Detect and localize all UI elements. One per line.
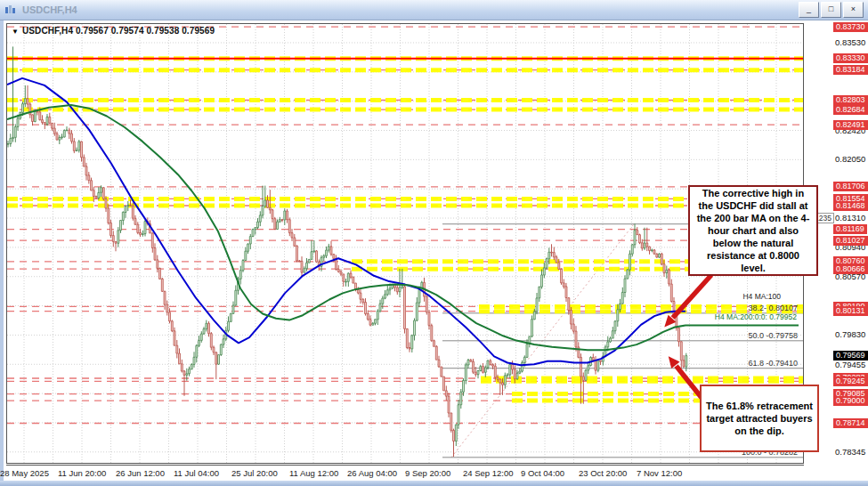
price-badge: 0.81706 (833, 182, 868, 191)
price-badge: 0.83184 (833, 65, 868, 75)
price-badge: 0.83330 (833, 53, 868, 63)
price-tick-label: 0.79830 (835, 329, 865, 339)
symbol-dropdown-icon[interactable]: ▼ (12, 28, 19, 36)
price-tick-label: 0.81310 (835, 213, 865, 223)
price-tick-label: 0.83530 (835, 37, 865, 47)
price-tick-label: 0.82050 (835, 154, 865, 164)
date-label: 11 Jun 20:00 (58, 468, 106, 478)
annotation-box2-text: The 61.8% retracement target attracted b… (706, 400, 813, 437)
fib-level-label: 38.2- 0.80107 (748, 304, 798, 312)
price-badge: 0.83730 (833, 22, 868, 32)
ma-100-blue-label: H4 MA:100 (742, 292, 781, 301)
date-label: 26 Aug 04:00 (347, 468, 397, 478)
fib-level-label: 61.8 -0.79410 (748, 359, 798, 368)
restore-button[interactable]: □ (821, 2, 841, 18)
close-button[interactable]: × (843, 2, 864, 18)
minimize-button[interactable]: _ (799, 2, 819, 18)
price-badge: 0.82803 (833, 95, 868, 105)
price-badge: 0.78714 (833, 418, 868, 428)
symbol-ohlc-header: ▼USDCHF,H4 0.79567 0.79574 0.79538 0.795… (12, 26, 215, 36)
window-bottom-frame (0, 481, 868, 486)
date-label: 28 May 2025 (0, 468, 49, 478)
price-badge: 0.79245 (833, 377, 868, 386)
price-badge: 0.82491 (833, 120, 868, 130)
fib-level-label: 50.0 -0.79758 (748, 331, 798, 340)
bull-candle-wicks (8, 46, 686, 446)
date-label: 23 Oct 20:00 (579, 468, 627, 478)
ohlc-close: 0.79569 (182, 26, 215, 36)
price-badge: 0.80131 (833, 306, 868, 316)
ohlc-low: 0.79538 (146, 26, 179, 36)
price-badge: 0.80666 (833, 264, 868, 274)
price-tick-label: 0.78345 (835, 447, 865, 457)
annotation-box-resistance[interactable]: The corrective high in the USDCHF did st… (688, 185, 818, 276)
price-badge: 0.81027 (833, 236, 868, 246)
date-label: 7 Nov 12:00 (637, 468, 682, 478)
time-axis[interactable]: 28 May 202511 Jun 20:0026 Jun 12:0011 Ju… (6, 465, 804, 481)
date-label: 9 Sep 20:00 (405, 468, 450, 478)
date-label: 24 Sep 12:00 (463, 468, 514, 478)
date-label: 11 Jul 04:00 (174, 468, 219, 478)
price-badge: 0.79569 (833, 351, 868, 360)
symbol-label: USDCHF,H4 (22, 26, 73, 36)
price-badge: 0.82684 (833, 105, 868, 115)
annotation-box-retracement[interactable]: The 61.8% retracement target attracted b… (700, 385, 819, 452)
window-title: USDCHF,H4 (22, 4, 77, 15)
ohlc-high: 0.79574 (111, 26, 144, 36)
price-badge: 0.79000 (833, 396, 868, 406)
ohlc-open: 0.79567 (76, 26, 109, 36)
chart-icon (4, 4, 17, 15)
date-label: 25 Jul 20:00 (231, 468, 278, 478)
window-titlebar[interactable]: USDCHF,H4 _ □ × (0, 0, 868, 20)
date-label: 26 Jun 12:00 (116, 468, 165, 478)
ma-200-green-label: H4 MA:200:0:0: 0.79952 (715, 312, 797, 321)
chart-plot-area[interactable]: H4 MA:100H4 MA:200:0:0: 0.7995238.2- 0.8… (6, 23, 804, 464)
date-label: 11 Aug 12:00 (289, 468, 338, 478)
annotation-box1-text: The corrective high in the USDCHF did st… (694, 187, 812, 275)
price-badge: 0.81169 (833, 224, 867, 234)
date-label: 9 Oct 04:00 (521, 468, 564, 478)
candlestick-chart[interactable]: H4 MA:100H4 MA:200:0:0: 0.7995238.2- 0.8… (7, 24, 803, 463)
price-tick-label: 0.79455 (835, 360, 865, 369)
price-badge: 0.81468 (833, 201, 868, 211)
